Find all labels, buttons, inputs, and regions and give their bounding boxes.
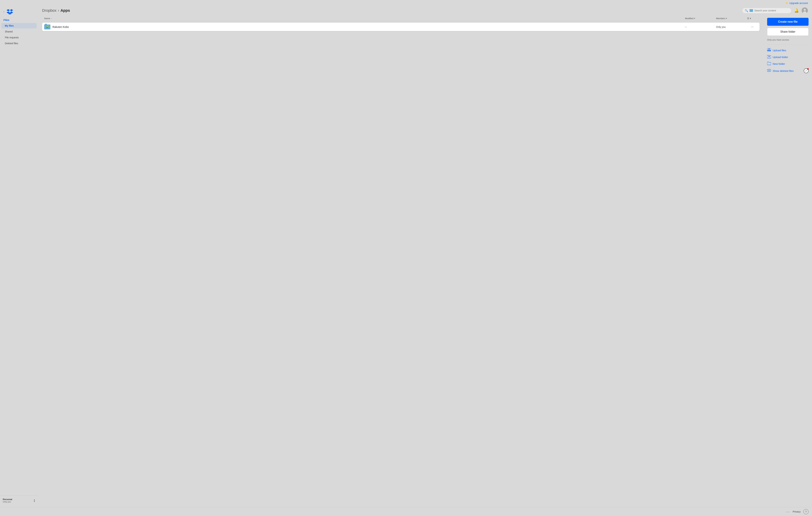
file-list-section: Name ↑ Modified ▾ Members ▾ ☰ ▾	[38, 16, 764, 507]
file-more-button[interactable]: ···	[750, 24, 755, 29]
notification-dot	[807, 68, 809, 70]
file-members: Only you	[716, 26, 747, 28]
check-circle: ✓	[804, 69, 809, 73]
user-avatar-button[interactable]	[802, 7, 808, 13]
svg-rect-4	[767, 51, 771, 51]
sort-ascending-icon: ↑	[51, 18, 52, 20]
main-header: Dropbox › Apps 🔍 🔔	[38, 5, 812, 16]
table-row[interactable]: 🧩 Rakuten Kobo -- Only you ···	[42, 23, 759, 31]
create-new-file-button[interactable]: Create new file	[767, 18, 809, 26]
sidebar-item-label: Deleted files	[5, 42, 18, 45]
breadcrumb-current: Apps	[60, 8, 70, 13]
new-folder-icon	[767, 62, 771, 66]
file-area: Name ↑ Modified ▾ Members ▾ ☰ ▾	[38, 16, 812, 507]
sidebar-item-my-files[interactable]: My files	[1, 23, 36, 28]
action-links: Upload files Upload folder	[767, 48, 809, 74]
collapse-button[interactable]: ‹	[3, 9, 5, 13]
sidebar-item-label: My files	[5, 24, 13, 27]
main-content: Dropbox › Apps 🔍 🔔	[38, 5, 812, 507]
column-name[interactable]: Name ↑	[44, 17, 685, 20]
sidebar-item-deleted-files[interactable]: Deleted files	[1, 40, 36, 46]
notification-bell-button[interactable]: 🔔	[793, 8, 800, 13]
column-view-options[interactable]: ☰ ▾	[747, 17, 757, 20]
new-folder-label: New folder	[773, 62, 785, 65]
sort-members-icon: ▾	[726, 17, 727, 20]
divider	[767, 45, 809, 45]
sidebar-footer-info: Personal Only you	[3, 498, 12, 503]
check-overlay: ✓	[804, 69, 809, 73]
file-modified: --	[685, 26, 716, 28]
show-deleted-icon	[767, 69, 771, 73]
col-name-label: Name	[44, 17, 50, 20]
sidebar-footer: Personal Only you ▲ ▼	[0, 495, 38, 505]
search-bar[interactable]: 🔍	[742, 8, 791, 13]
help-icon: ?	[805, 510, 807, 513]
file-actions-cell: ···	[747, 24, 757, 29]
avatar-icon	[802, 7, 808, 13]
sidebar-footer-controls: Personal Only you ▲ ▼	[3, 498, 35, 503]
file-name: Rakuten Kobo	[53, 25, 69, 28]
file-name-cell: 🧩 Rakuten Kobo	[44, 25, 685, 29]
footer-expand-button[interactable]: ▲ ▼	[33, 499, 35, 503]
sidebar-logo: ‹	[0, 7, 38, 17]
search-input[interactable]	[754, 9, 789, 12]
upload-folder-icon	[767, 55, 771, 59]
puzzle-icon: 🧩	[46, 26, 49, 28]
upload-folder-label: Upload folder	[773, 56, 788, 58]
help-button[interactable]: ?	[803, 509, 809, 514]
sidebar-item-file-requests[interactable]: File requests	[1, 35, 36, 40]
more-options-button[interactable]: ···	[786, 510, 790, 514]
privacy-link[interactable]: Privacy	[793, 510, 801, 513]
svg-point-1	[804, 9, 806, 11]
footer-subtitle: Only you	[3, 500, 12, 503]
access-info: Only you have access	[767, 38, 809, 42]
svg-point-7	[768, 70, 770, 71]
upgrade-label: Upgrade account	[789, 2, 808, 4]
sidebar-item-label: Shared	[5, 30, 12, 33]
sidebar: ‹ Files My files Shared File requests	[0, 5, 38, 507]
sidebar-item-label: File requests	[5, 36, 19, 39]
svg-point-6	[767, 69, 771, 72]
app-layout: ‹ Files My files Shared File requests	[0, 5, 812, 507]
right-panel: Create new file Share folder Only you ha…	[764, 16, 812, 507]
breadcrumb: Dropbox › Apps	[42, 8, 740, 13]
bottom-bar: ··· Privacy ?	[0, 507, 812, 516]
breadcrumb-parent[interactable]: Dropbox	[42, 8, 56, 13]
sort-modified-icon: ▾	[694, 17, 695, 20]
svg-rect-3	[767, 50, 771, 51]
show-deleted-files-link[interactable]: Show deleted files	[767, 69, 794, 73]
upload-files-icon	[767, 48, 771, 53]
breadcrumb-separator: ›	[58, 8, 59, 13]
search-folder-icon	[750, 9, 753, 12]
upload-folder-link[interactable]: Upload folder	[767, 55, 809, 59]
dropbox-logo	[6, 9, 13, 14]
folder-icon: 🧩	[44, 25, 50, 29]
col-members-label: Members	[716, 17, 725, 20]
column-members[interactable]: Members ▾	[716, 17, 747, 20]
search-icon: 🔍	[745, 9, 748, 12]
view-options-icon: ▾	[750, 17, 751, 20]
column-modified[interactable]: Modified ▾	[685, 17, 716, 20]
upload-files-link[interactable]: Upload files	[767, 48, 809, 53]
files-section-title[interactable]: Files	[0, 17, 38, 23]
sidebar-nav: Files My files Shared File requests Dele…	[0, 17, 38, 495]
upgrade-account-link[interactable]: Upgrade account	[789, 2, 808, 4]
show-deleted-label: Show deleted files	[773, 70, 794, 72]
upload-files-label: Upload files	[773, 49, 786, 52]
header-actions: 🔍 🔔	[742, 7, 808, 13]
topbar: ★ Upgrade account	[0, 0, 812, 5]
sidebar-item-shared[interactable]: Shared	[1, 29, 36, 34]
col-modified-label: Modified	[685, 17, 693, 20]
share-folder-button[interactable]: Share folder	[767, 28, 809, 36]
file-table-header: Name ↑ Modified ▾ Members ▾ ☰ ▾	[42, 16, 759, 21]
new-folder-link[interactable]: New folder	[767, 62, 809, 66]
star-icon: ★	[786, 1, 788, 5]
footer-title: Personal	[3, 498, 12, 500]
